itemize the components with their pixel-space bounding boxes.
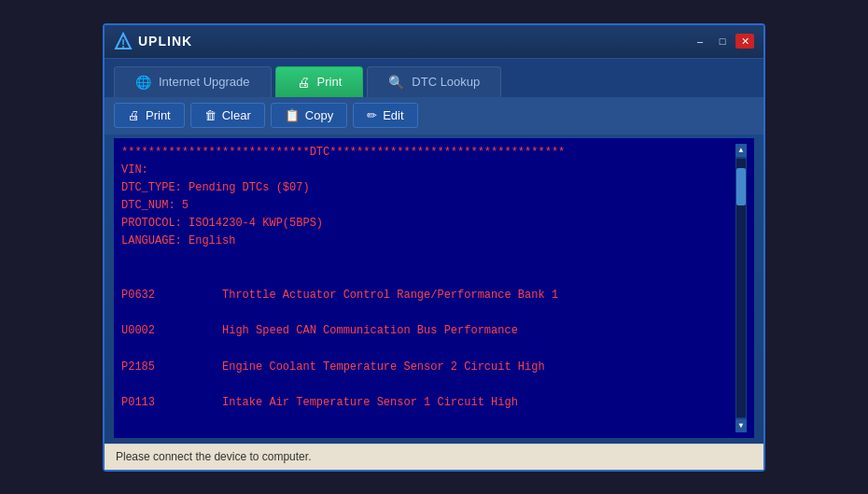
scroll-down-arrow[interactable]: ▼ (735, 419, 747, 432)
nav-tabs: 🌐 Internet Upgrade 🖨 Print 🔍 DTC Lookup (105, 59, 763, 97)
internet-upgrade-icon: 🌐 (135, 75, 151, 90)
window-controls: – □ ✕ (691, 34, 754, 49)
content-line: LANGUAGE: English (121, 233, 735, 250)
edit-button[interactable]: ✏ Edit (353, 103, 417, 128)
scroll-thumb[interactable] (736, 168, 746, 205)
window-title: UPLINK (138, 34, 192, 49)
clear-button[interactable]: 🗑 Clear (190, 103, 265, 128)
print-button[interactable]: 🖨 Print (114, 103, 185, 128)
status-bar: Please connect the device to computer. (105, 444, 763, 470)
content-area: ****************************DTC*********… (114, 138, 754, 438)
tab-dtc-lookup-label: DTC Lookup (412, 75, 480, 89)
svg-point-2 (122, 46, 124, 48)
title-bar: UPLINK – □ ✕ (105, 25, 763, 59)
content-line (121, 304, 735, 322)
logo-area: UPLINK (114, 32, 192, 50)
content-line (121, 251, 735, 269)
copy-label: Copy (305, 108, 333, 122)
print-label: Print (146, 108, 171, 122)
content-line (121, 412, 735, 430)
print-tab-icon: 🖨 (297, 75, 310, 90)
tab-internet-upgrade-label: Internet Upgrade (159, 75, 250, 89)
content-line: VIN: (121, 162, 735, 179)
content-line: DTC_NUM: 5 (121, 197, 735, 215)
status-text: Please connect the device to computer. (116, 450, 311, 463)
clear-label: Clear (222, 108, 251, 122)
maximize-button[interactable]: □ (713, 34, 732, 49)
tab-print-label: Print (317, 75, 343, 89)
scroll-track[interactable] (736, 159, 746, 417)
main-window: UPLINK – □ ✕ 🌐 Internet Upgrade 🖨 Print … (103, 23, 765, 472)
content-line: DTC_TYPE: Pending DTCs ($07) (121, 179, 735, 197)
edit-icon: ✏ (367, 108, 377, 122)
content-line: ****************************DTC*********… (121, 144, 735, 162)
copy-button[interactable]: 📋 Copy (271, 103, 347, 128)
tab-internet-upgrade[interactable]: 🌐 Internet Upgrade (114, 66, 272, 97)
content-line: P0113 Intake Air Temperature Sensor 1 Ci… (121, 394, 735, 412)
edit-label: Edit (383, 108, 403, 122)
content-text: ****************************DTC*********… (121, 144, 735, 432)
tab-print[interactable]: 🖨 Print (275, 66, 364, 97)
toolbar: 🖨 Print 🗑 Clear 📋 Copy ✏ Edit (105, 97, 763, 134)
clear-icon: 🗑 (204, 108, 217, 122)
close-button[interactable]: ✕ (735, 34, 754, 49)
print-icon: 🖨 (128, 108, 140, 122)
scrollbar[interactable]: ▲ ▼ (735, 144, 747, 432)
content-line (121, 341, 735, 359)
content-line: P2185 Engine Coolant Temperature Sensor … (121, 359, 735, 376)
dtc-lookup-icon: 🔍 (388, 75, 404, 90)
content-line: P0632 Throttle Actuator Control Range/Pe… (121, 287, 735, 304)
tab-dtc-lookup[interactable]: 🔍 DTC Lookup (367, 66, 501, 97)
uplink-logo-icon (114, 32, 133, 50)
content-line (121, 376, 735, 394)
scroll-up-arrow[interactable]: ▲ (735, 144, 747, 157)
content-line: P0108 Manifold Absolute Pressure/Baromet… (121, 430, 735, 432)
copy-icon: 📋 (285, 108, 300, 122)
content-line: U0002 High Speed CAN Communication Bus P… (121, 322, 735, 340)
content-line: PROTOCOL: ISO14230-4 KWP(5BPS) (121, 215, 735, 233)
minimize-button[interactable]: – (691, 34, 709, 49)
content-line (121, 269, 735, 287)
